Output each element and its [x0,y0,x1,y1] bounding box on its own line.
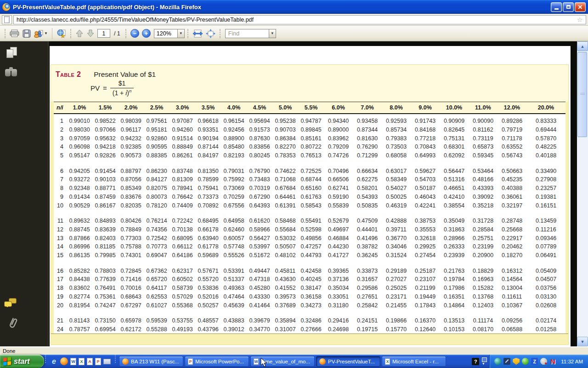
zoom-out-button[interactable]: − [130,29,139,38]
pv-factor-cell: 0.87866 [67,234,92,242]
pv-factor-cell: 0.97561 [144,114,170,125]
zoom-level-input[interactable]: 120% [154,29,178,38]
z-app-tray-icon[interactable]: Z [531,358,538,365]
outlook-express-icon[interactable] [103,359,111,364]
pv-factor-cell: 0.44401 [353,225,382,234]
pv-factor-cell: 0.91514 [170,134,195,143]
period-cell: 17 [54,275,67,284]
pv-factor-cell: 0.68058 [382,151,411,160]
globe-tray-icon[interactable] [494,358,501,365]
pv-factor-cell: 0.10367 [498,301,526,310]
pv-factor-cell: 0.36245 [353,251,382,260]
firefox-icon[interactable] [60,357,68,365]
wrench-tray-icon[interactable] [503,358,510,365]
icon-glyph: P [96,359,99,364]
binoculars-icon[interactable] [5,67,18,77]
next-page-button[interactable] [86,29,95,37]
taskbar-clock[interactable]: 11:32 AM [561,359,583,364]
pages-panel-icon[interactable] [6,47,18,59]
paperclip-icon[interactable] [7,316,18,332]
pv-factor-cell: 0.98522 [92,114,118,125]
pv-factor-cell: 0.43330 [247,293,272,301]
pv-factor-cell: 0.39573 [272,293,298,301]
comments-icon[interactable] [4,298,18,309]
pv-factor-cell: 0.83962 [324,134,353,143]
shield-tray-icon[interactable] [513,358,520,365]
pv-factor-cell: 0.87459 [92,192,118,201]
pv-factor-cell: 0.18270 [498,251,526,260]
excel-icon[interactable]: X [79,358,85,365]
pv-factor-cell: 0.32618 [411,234,440,242]
internet-explorer-icon[interactable]: e [50,357,58,365]
pv-factor-cell: 0.67297 [118,301,144,310]
quick-launch-grip[interactable] [45,355,46,363]
pv-factor-cell: 0.16351 [440,293,469,301]
pv-factor-cell: 0.95181 [144,125,170,134]
powerpoint-icon[interactable]: P [95,358,101,365]
taskbar-task-3[interactable]: WTime_value_of_mo... [250,356,315,367]
taskbar-task-4[interactable]: PV-PresentValueT... [316,356,380,367]
taskbar-task-1[interactable]: BA 213 W11 (Pasc... [119,356,183,367]
taskbar-task-5[interactable]: XMicrosoft Excel - r... [382,356,446,367]
pv-factor-cell: 0.45235 [498,175,526,184]
pv-factor-cell: 0.65978 [118,310,144,325]
pv-factor-cell: 0.41464 [247,301,272,310]
taskband-grip[interactable] [115,355,116,363]
pv-factor-cell: 0.70016 [118,284,144,293]
scrollbar-thumb[interactable] [577,52,587,137]
pv-factor-cell: 0.49697 [324,225,353,234]
hidden-icons-chevron[interactable]: ▾ [481,357,487,366]
pv-factor-cell: 0.72845 [118,260,144,275]
pv-factor-cell: 0.23171 [382,293,411,301]
pv-factor-cell: 0.93272 [67,175,92,184]
pv-factor-cell: 0.66634 [353,160,382,175]
help-tray-icon[interactable]: ? [472,358,479,365]
firefox-icon [2,3,10,11]
email-dropdown-icon[interactable]: ▼ [44,31,48,35]
find-input[interactable]: Find [225,29,269,38]
previous-page-button[interactable] [75,29,84,37]
table-row: 180.836020.764910.700160.641170.587390.5… [54,284,565,293]
pv-factor-cell: 0.86384 [272,134,298,143]
save-button[interactable] [23,29,31,38]
url-input[interactable]: http://classes.lanecc.edu/file.php/24555… [13,15,586,24]
bookmark-star-icon[interactable]: ☆ [577,16,583,23]
access-icon[interactable]: A [87,358,93,365]
pv-factor-cell: 0.80426 [118,210,144,225]
pv-factor-cell: 0.45280 [247,284,272,293]
fit-page-button[interactable] [206,29,215,38]
email-button[interactable]: ▼ [34,29,48,38]
period-cell: 18 [54,284,67,293]
pv-factor-cell: 0.42888 [382,210,411,225]
pv-factor-cell: 0.50257 [195,301,221,310]
novell-tray-icon[interactable]: N [549,358,556,365]
minimize-button[interactable] [551,2,562,12]
pv-factor-cell: 0.90090 [469,114,498,125]
restore-button[interactable] [563,2,574,12]
pv-factor-cell: 0.49363 [221,284,247,293]
word-icon[interactable]: W [70,358,76,365]
period-cell: 5 [54,151,67,160]
pv-factor-cell: 0.58966 [247,225,272,234]
pv-factor-cell: 0.68495 [195,210,221,225]
page-glyph [6,49,13,58]
close-button[interactable]: ✕ [575,2,586,12]
find-dropdown-button[interactable]: ▼ [269,29,276,38]
taskbar-task-2[interactable]: PMicrosoft PowerPo... [185,356,249,367]
green-orb-tray-icon[interactable] [522,358,529,365]
zoom-in-button[interactable]: + [142,29,151,38]
paperclip-glyph [7,316,18,330]
print-button[interactable] [10,29,20,38]
fit-width-button[interactable] [192,29,203,38]
zoom-dropdown-button[interactable]: ▼ [178,29,185,38]
scroll-up-button[interactable]: ▲ [577,41,588,51]
page-number-input[interactable]: 1 [97,29,110,38]
corner-header: n/i [54,102,67,114]
scroll-down-button[interactable]: ▼ [577,337,588,346]
volume-tray-icon[interactable] [540,358,547,365]
pv-factor-cell: 0.19449 [411,293,440,301]
web-share-button[interactable]: ★ [57,29,66,38]
pv-factor-cell: 0.90529 [67,201,92,210]
vertical-scrollbar[interactable]: ▲ ▼ [577,41,588,346]
start-button[interactable]: start [0,355,44,368]
